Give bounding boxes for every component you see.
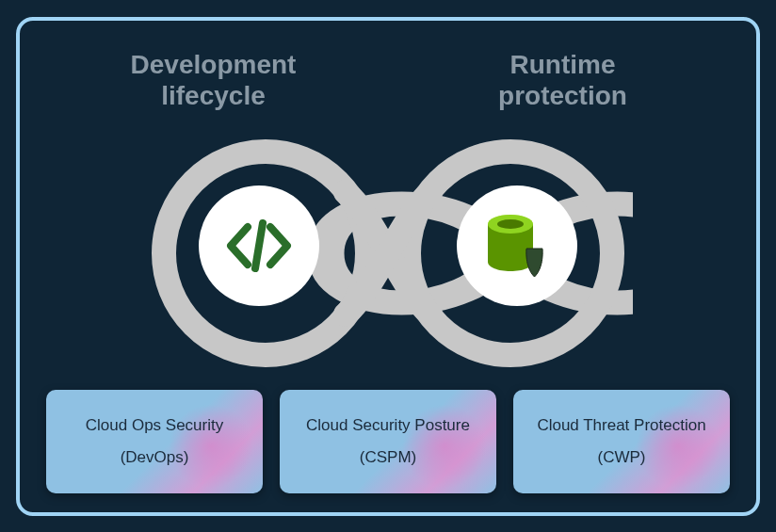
heading-runtime-protection: Runtimeprotection [431,49,695,112]
card-cwp: Cloud Threat Protection (CWP) [513,390,730,493]
card-title: Cloud Threat Protection [523,416,720,435]
infinity-wrapper [39,121,737,385]
diagram-frame: Developmentlifecycle Runtimeprotection [16,17,760,516]
code-icon [221,208,297,283]
cards-row: Cloud Ops Security (DevOps) Cloud Securi… [39,390,737,493]
card-subtitle: (CSPM) [289,448,487,467]
card-title: Cloud Ops Security [56,416,253,435]
card-subtitle: (DevOps) [56,448,253,467]
dev-lifecycle-icon-circle [199,185,319,306]
heading-development-lifecycle: Developmentlifecycle [82,49,346,112]
svg-point-5 [497,219,524,229]
headings-row: Developmentlifecycle Runtimeprotection [39,49,737,112]
datastore-shield-icon [475,203,559,288]
card-devops: Cloud Ops Security (DevOps) [46,390,263,493]
card-title: Cloud Security Posture [289,416,487,435]
card-cspm: Cloud Security Posture (CSPM) [280,390,496,493]
card-subtitle: (CWP) [523,448,720,467]
svg-line-2 [255,223,263,268]
runtime-protection-icon-circle [457,185,577,306]
